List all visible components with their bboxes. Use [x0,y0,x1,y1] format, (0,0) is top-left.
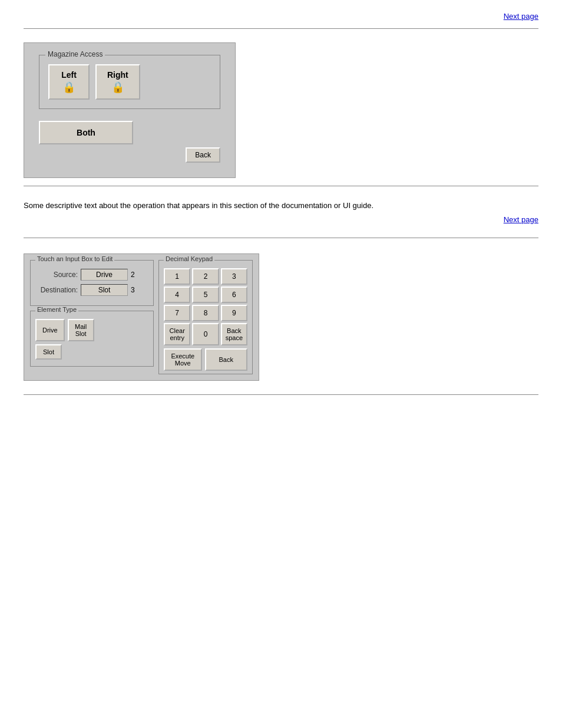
dest-num: 3 [131,286,135,294]
clear-entry-button[interactable]: Clear entry [164,323,190,345]
element-type-row-2: Slot [35,344,148,360]
key-2[interactable]: 2 [192,268,219,285]
source-num: 2 [131,271,135,279]
key-7[interactable]: 7 [164,305,190,321]
left-lock-icon: 🔒 [62,81,75,94]
source-value: Drive [96,271,113,279]
touch-input-fieldset: Touch an Input Box to Edit Source: Drive… [30,260,154,306]
dest-input[interactable]: Slot [81,284,128,296]
source-input[interactable]: Drive [81,269,128,281]
left-label: Left [61,70,77,80]
divider-3 [24,238,538,238]
magazine-panel: Magazine Access Left 🔒 Right 🔒 Both Back [24,42,236,178]
right-lock-icon: 🔒 [111,81,124,94]
keypad-legend: Decimal Keypad [164,255,214,262]
key-1[interactable]: 1 [164,268,190,285]
dest-row: Destination: Slot 3 [37,284,147,296]
element-type-legend: Element Type [35,306,78,313]
left-button[interactable]: Left 🔒 [48,64,90,100]
section-3: Touch an Input Box to Edit Source: Drive… [0,243,562,384]
back-button-2[interactable]: Back [205,348,248,371]
back-button-1[interactable]: Back [186,147,220,163]
bottom-btn-row: Execute Move Back [164,348,247,371]
key-9[interactable]: 9 [221,305,247,321]
right-panel: Decimal Keypad 1 2 3 4 5 6 7 8 9 Clear e… [158,260,253,374]
element-type-row-1: Drive Mail Slot [35,319,148,341]
section-1: Magazine Access Left 🔒 Right 🔒 Both Back [0,34,562,181]
key-4[interactable]: 4 [164,286,190,303]
section-2-link[interactable]: Next page [504,215,538,224]
section-2-text: Some descriptive text about the operatio… [24,200,538,212]
drive-button[interactable]: Drive [35,319,65,341]
key-6[interactable]: 6 [221,286,247,303]
element-type-fieldset: Element Type Drive Mail Slot Slot [30,311,154,367]
mail-slot-button[interactable]: Mail Slot [68,319,94,341]
section-2: Some descriptive text about the operatio… [0,191,562,233]
key-0[interactable]: 0 [192,323,219,345]
dest-value: Slot [98,286,111,294]
source-label: Source: [37,271,78,279]
touch-input-legend: Touch an Input Box to Edit [35,255,114,262]
divider-1 [24,28,538,29]
keypad-grid: 1 2 3 4 5 6 7 8 9 Clear entry 0 Back spa… [164,268,247,345]
both-button[interactable]: Both [39,121,133,144]
divider-2 [24,186,538,186]
move-panel: Touch an Input Box to Edit Source: Drive… [24,253,259,381]
right-label: Right [107,70,128,80]
back-btn-container: Back [39,147,220,163]
execute-move-button[interactable]: Execute Move [164,348,202,371]
left-panel: Touch an Input Box to Edit Source: Drive… [30,260,154,374]
source-row: Source: Drive 2 [37,269,147,281]
divider-4 [24,394,538,395]
magazine-access-fieldset: Magazine Access Left 🔒 Right 🔒 [39,55,220,109]
keypad-fieldset: Decimal Keypad 1 2 3 4 5 6 7 8 9 Clear e… [158,260,253,374]
magazine-left-right-row: Left 🔒 Right 🔒 [48,64,211,100]
magazine-access-legend: Magazine Access [45,50,105,58]
key-8[interactable]: 8 [192,305,219,321]
slot-button[interactable]: Slot [35,344,62,360]
dest-label: Destination: [37,286,78,294]
backspace-button[interactable]: Back space [221,323,247,345]
right-button[interactable]: Right 🔒 [95,64,140,100]
top-next-link[interactable]: Next page [504,12,538,21]
key-3[interactable]: 3 [221,268,247,285]
key-5[interactable]: 5 [192,286,219,303]
